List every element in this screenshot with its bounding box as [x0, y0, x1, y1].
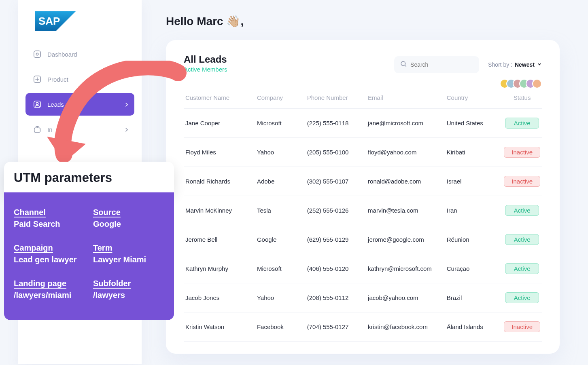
svg-text:SAP: SAP [38, 15, 60, 27]
sort-label: Short by : [488, 61, 512, 68]
utm-label: Source [93, 208, 164, 217]
sidebar-item-label: Product [47, 76, 68, 83]
table-cell: (704) 555-0127 [306, 312, 366, 342]
table-row[interactable]: Marvin McKinneyTesla(252) 555-0126marvin… [184, 196, 542, 225]
utm-title: UTM parameters [14, 171, 164, 185]
column-header: Phone Number [306, 90, 366, 109]
status-badge: Inactive [504, 147, 540, 158]
table-cell: ronald@adobe.com [366, 167, 445, 196]
utm-param: TermLawyer Miami [93, 243, 164, 264]
table-cell: Jane Cooper [184, 109, 255, 138]
table-cell: (225) 555-0118 [306, 109, 366, 138]
table-cell: Ronald Richards [184, 167, 255, 196]
product-icon [33, 75, 42, 84]
table-row[interactable]: Ronald RichardsAdobe(302) 555-0107ronald… [184, 167, 542, 196]
column-header: Country [445, 90, 503, 109]
table-cell: Kristin Watson [184, 312, 255, 342]
status-cell: Active [502, 225, 542, 254]
dashboard-icon [33, 50, 42, 59]
table-cell: United States [445, 109, 503, 138]
utm-label: Channel [14, 208, 85, 217]
sidebar-item-label: Dashboard [47, 51, 77, 58]
table-cell: (629) 555-0129 [306, 225, 366, 254]
status-cell: Inactive [502, 138, 542, 167]
table-cell: (252) 555-0126 [306, 196, 366, 225]
table-cell: kathryn@microsoft.com [366, 254, 445, 283]
table-cell: Floyd Miles [184, 138, 255, 167]
avatar [532, 79, 542, 89]
utm-value: Google [93, 219, 164, 229]
table-cell: Israel [445, 167, 503, 196]
table-cell: Réunion [445, 225, 503, 254]
page-greeting: Hello Marc 👋🏼, [166, 15, 560, 28]
table-cell: Åland Islands [445, 312, 503, 342]
table-cell: Microsoft [255, 109, 306, 138]
svg-text:®: ® [51, 28, 54, 31]
table-cell: (406) 555-0120 [306, 254, 366, 283]
sidebar-item-label: In [47, 126, 53, 133]
status-badge: Active [505, 263, 539, 274]
table-row[interactable]: Kathryn MurphyMicrosoft(406) 555-0120kat… [184, 254, 542, 283]
utm-param: CampaignLead gen lawyer [14, 243, 85, 264]
utm-value: Lawyer Miami [93, 255, 164, 264]
svg-point-7 [36, 102, 38, 104]
table-cell: Iran [445, 196, 503, 225]
table-cell: Kiribati [445, 138, 503, 167]
table-row[interactable]: Jerome BellGoogle(629) 555-0129jerome@go… [184, 225, 542, 254]
column-header: Customer Name [184, 90, 255, 109]
table-cell: (205) 555-0100 [306, 138, 366, 167]
sidebar-item-dashboard[interactable]: Dashboard [25, 43, 134, 65]
status-cell: Active [502, 109, 542, 138]
utm-value: Lead gen lawyer [14, 255, 85, 264]
leads-card: All Leads Active Members Short by : Newe… [166, 40, 560, 354]
logo: SAP ® [35, 11, 142, 32]
card-header: All Leads Active Members Short by : Newe… [184, 54, 542, 73]
sort-dropdown[interactable]: Short by : Newest [488, 61, 542, 68]
table-row[interactable]: Floyd MilesYahoo(205) 555-0100floyd@yaho… [184, 138, 542, 167]
sidebar-item-income[interactable]: In [25, 118, 134, 141]
chevron-right-icon [125, 101, 129, 108]
utm-value: Paid Search [14, 219, 85, 229]
table-row[interactable]: Kristin WatsonFacebook(704) 555-0127kris… [184, 312, 542, 342]
status-badge: Inactive [504, 321, 540, 332]
table-cell: (302) 555-0107 [306, 167, 366, 196]
column-header: Email [366, 90, 445, 109]
utm-param: ChannelPaid Search [14, 208, 85, 229]
table-cell: Facebook [255, 312, 306, 342]
utm-title-card: UTM parameters [4, 162, 174, 192]
table-row[interactable]: Jacob JonesYahoo(208) 555-0112jacob@yaho… [184, 283, 542, 312]
search-input[interactable] [410, 61, 471, 68]
utm-label: Landing page [14, 279, 85, 288]
search-icon [400, 60, 407, 69]
table-cell: Jerome Bell [184, 225, 255, 254]
sidebar-item-label: Leads [47, 101, 64, 108]
utm-body: ChannelPaid SearchSourceGoogleCampaignLe… [4, 192, 174, 320]
svg-rect-3 [34, 51, 41, 58]
sidebar-item-product[interactable]: Product [25, 68, 134, 91]
table-cell: Yahoo [255, 283, 306, 312]
table-cell: jane@microsoft.com [366, 109, 445, 138]
table-cell: marvin@tesla.com [366, 196, 445, 225]
table-cell: Yahoo [255, 138, 306, 167]
status-cell: Active [502, 254, 542, 283]
table-cell: Adobe [255, 167, 306, 196]
status-cell: Active [502, 283, 542, 312]
nav: Dashboard Product Leads In [18, 43, 142, 141]
table-cell: (208) 555-0112 [306, 283, 366, 312]
utm-label: Term [93, 243, 164, 253]
sidebar-item-leads[interactable]: Leads [25, 93, 134, 116]
column-header: Status [502, 90, 542, 109]
table-cell: Kathryn Murphy [184, 254, 255, 283]
status-cell: Inactive [502, 312, 542, 342]
main-content: Hello Marc 👋🏼, All Leads Active Members … [142, 0, 588, 365]
utm-label: Subfolder [93, 279, 164, 288]
status-badge: Active [505, 205, 539, 216]
leads-icon [33, 100, 42, 109]
table-cell: floyd@yahoo.com [366, 138, 445, 167]
table-cell: Brazil [445, 283, 503, 312]
search-box[interactable] [394, 56, 479, 73]
table-row[interactable]: Jane CooperMicrosoft(225) 555-0118jane@m… [184, 109, 542, 138]
utm-param: Subfolder/lawyers [93, 279, 164, 300]
status-badge: Active [505, 118, 539, 129]
svg-rect-8 [34, 128, 40, 132]
